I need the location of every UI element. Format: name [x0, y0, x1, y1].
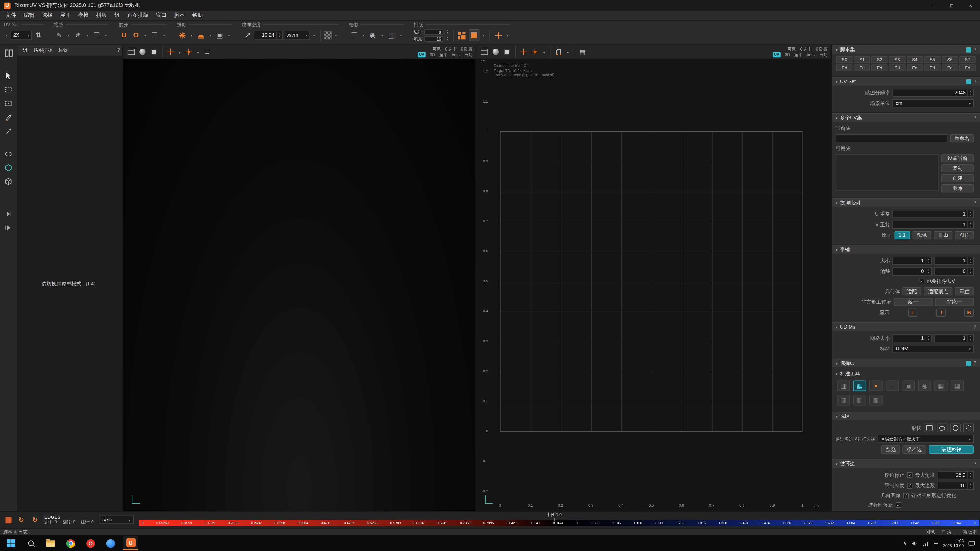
- texture-checker-dropdown[interactable]: [333, 29, 339, 41]
- notification-center-icon[interactable]: [968, 540, 975, 546]
- panel-selection-header[interactable]: ▾ 选择ct ?: [832, 359, 980, 367]
- split-view-icon[interactable]: [2, 48, 15, 58]
- script-slot-button[interactable]: S3: [889, 56, 905, 63]
- hatch-select-icon[interactable]: ▥: [837, 380, 850, 391]
- script-edit-button[interactable]: Ed: [959, 64, 976, 71]
- tile-size-u-field[interactable]: 1: [892, 257, 932, 265]
- standard-tools-subheader[interactable]: ▾ 标准工具: [832, 369, 980, 379]
- ratio-image-button[interactable]: 图片: [955, 231, 974, 239]
- edge-loops-help[interactable]: ?: [974, 461, 976, 467]
- hud-display-label[interactable]: 显示: [452, 52, 460, 57]
- uv-viewport-maximize-icon[interactable]: [479, 47, 489, 57]
- sharp-stop-checkbox[interactable]: [907, 472, 912, 478]
- shading-sphere-icon[interactable]: [138, 47, 148, 57]
- dome-projection-dropdown[interactable]: [207, 29, 213, 41]
- selection-help[interactable]: ?: [974, 360, 976, 366]
- uvset-dropdown[interactable]: [4, 29, 10, 41]
- flat-shading-icon[interactable]: [149, 47, 159, 57]
- uv-rotate-tool-icon[interactable]: [530, 47, 540, 57]
- taskbar-clock[interactable]: 1:03 2025-10-09: [943, 538, 964, 548]
- flatten-dropdown[interactable]: [226, 29, 232, 41]
- panel-multi-uv-header[interactable]: ▾ 多个UV集 ?: [832, 113, 980, 122]
- hud-mode-uv-tab[interactable]: UV: [418, 52, 425, 57]
- uv-hud-mode-uv-tab[interactable]: UV: [773, 52, 780, 57]
- script-slot-button[interactable]: S4: [907, 56, 923, 63]
- ratio-free-button[interactable]: 自由: [934, 231, 953, 239]
- display-b-icon[interactable]: B: [964, 309, 974, 317]
- unfold-icon[interactable]: U: [119, 29, 129, 41]
- uv-transform-dropdown[interactable]: [541, 46, 547, 58]
- uniform-button[interactable]: 统一: [894, 298, 932, 306]
- shape-rectangle-icon[interactable]: [924, 424, 935, 432]
- delete-set-button[interactable]: 删除: [941, 184, 974, 192]
- fit-vertices-button[interactable]: 适配顶点: [924, 287, 953, 295]
- menu-item[interactable]: 窗口: [152, 11, 170, 20]
- mutation-dropdown[interactable]: [189, 29, 194, 41]
- script-slot-button[interactable]: S5: [924, 56, 940, 63]
- fill-field[interactable]: 16: [424, 36, 443, 41]
- cube-icon[interactable]: [2, 176, 15, 187]
- menu-item[interactable]: 选择: [38, 11, 56, 20]
- transform-cross-dropdown[interactable]: [505, 29, 511, 41]
- similar-align-dropdown[interactable]: [398, 29, 404, 41]
- hud-auto-toggle[interactable]: 自动: [465, 52, 473, 57]
- udim-tag-select[interactable]: UDIM: [892, 345, 974, 353]
- stop-button[interactable]: [5, 516, 12, 523]
- play-step-icon[interactable]: [2, 222, 15, 233]
- seam-stack-icon[interactable]: ☰: [91, 29, 102, 41]
- similar-stack-dropdown[interactable]: [361, 29, 366, 41]
- texel-spinner[interactable]: [276, 31, 282, 39]
- flatten-icon[interactable]: ▣: [215, 29, 225, 41]
- file-explorer-icon[interactable]: [43, 536, 58, 550]
- select-cursor-icon[interactable]: [2, 71, 15, 81]
- script-slot-button[interactable]: S6: [942, 56, 958, 63]
- uv-set-help[interactable]: ?: [974, 79, 976, 84]
- seam-brush-dropdown[interactable]: [84, 29, 90, 41]
- pack-box-icon[interactable]: [469, 29, 479, 41]
- limit-length-checkbox[interactable]: [907, 483, 912, 489]
- script-edit-button[interactable]: Ed: [854, 64, 870, 71]
- grid-select-a-icon[interactable]: ▦: [934, 380, 947, 391]
- marquee-select-icon[interactable]: [2, 84, 15, 95]
- move-tool-icon[interactable]: [165, 47, 176, 57]
- pack-islands-icon[interactable]: [457, 29, 468, 41]
- resolution-field[interactable]: 2048: [892, 89, 974, 97]
- chrome-icon[interactable]: [63, 536, 78, 550]
- viewport-3d[interactable]: ☰ 可见 0 选中 0 隐藏 UV 3D 扁平 显示 自动: [123, 45, 476, 511]
- uv-shading-sphere-icon[interactable]: [490, 47, 501, 57]
- ellipse-select-icon[interactable]: [2, 149, 15, 159]
- panel-edge-loops-header[interactable]: ▾ 循环边 ?: [832, 459, 980, 468]
- move-tool-dropdown[interactable]: [177, 46, 183, 58]
- viewport-maximize-icon[interactable]: [126, 47, 136, 57]
- panel-tiling-header[interactable]: ▾ 平铺: [832, 245, 980, 254]
- clear-selection-icon[interactable]: ×: [870, 380, 883, 391]
- network-icon[interactable]: [922, 540, 929, 546]
- eyedropper-icon[interactable]: [2, 125, 15, 136]
- uv-hud-display-label[interactable]: 显示: [807, 52, 815, 57]
- max-edges-field[interactable]: 16: [937, 482, 974, 490]
- unfold-options-dropdown[interactable]: [161, 29, 167, 41]
- similar-match-icon[interactable]: ◉: [368, 29, 378, 41]
- texel-density-field[interactable]: 10.24: [254, 30, 283, 40]
- fill-spinner[interactable]: [444, 36, 450, 41]
- script-edit-button[interactable]: Ed: [907, 64, 923, 71]
- scene-unit-select[interactable]: cm: [892, 99, 974, 107]
- left-panel-help[interactable]: ?: [117, 48, 120, 53]
- transform-cross-icon[interactable]: [493, 29, 504, 41]
- u-repeat-field[interactable]: 1: [892, 210, 974, 218]
- shape-brush-icon[interactable]: [963, 424, 974, 432]
- script-slot-button[interactable]: S1: [854, 56, 870, 63]
- mutation-icon[interactable]: [177, 29, 188, 41]
- minimize-button[interactable]: –: [924, 0, 942, 11]
- similar-align-icon[interactable]: ▦: [386, 29, 397, 41]
- texel-unit-select[interactable]: tx/cm: [284, 30, 310, 40]
- fit-button[interactable]: 适配: [902, 287, 921, 295]
- unfold-dropdown[interactable]: [142, 29, 148, 41]
- udim-grid-v-field[interactable]: 1: [934, 334, 974, 342]
- seam-pencil-dropdown[interactable]: [65, 29, 71, 41]
- uv-grid[interactable]: [500, 131, 802, 432]
- dome-projection-icon[interactable]: [196, 29, 207, 41]
- viewport-uv[interactable]: ▦ 可见 0 选中 0 隐藏 UV 3D 扁平 显示 自动: [476, 45, 831, 511]
- menu-item[interactable]: 组: [110, 11, 123, 20]
- sphere-select-icon[interactable]: ◉: [918, 380, 931, 391]
